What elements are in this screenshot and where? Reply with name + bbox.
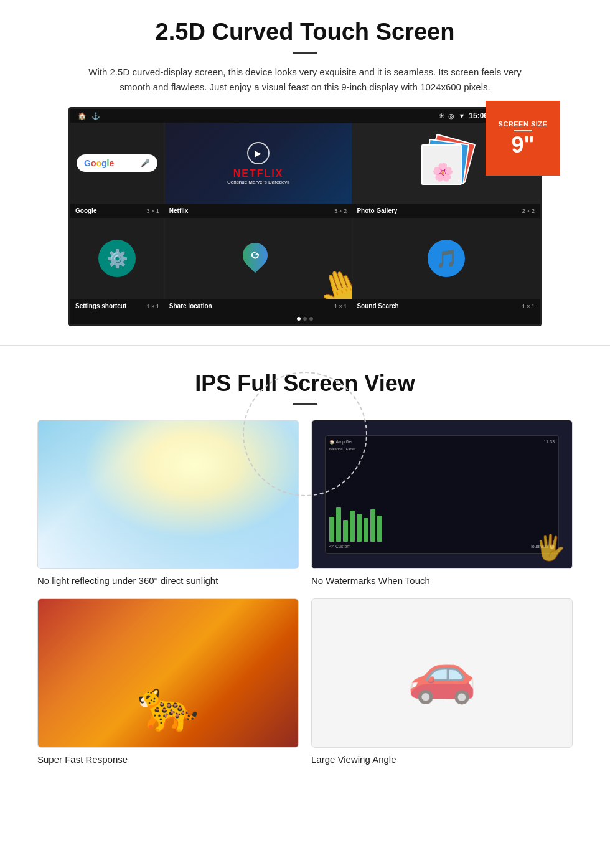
sound-icon: 🎵 (428, 240, 465, 277)
car-image: 🚗 (311, 598, 573, 748)
section1-title: 2.5D Curved Touch Screen (37, 19, 573, 45)
amp-custom: << Custom (329, 544, 350, 549)
cheetah-label: Super Fast Response (37, 754, 299, 765)
android-screen: 🏠 ⚓ ✳ ◎ ▼ 15:06 📷 🔊 ✖ ▭ (68, 107, 542, 326)
feature-car: 🚗 Large Viewing Angle (311, 598, 573, 765)
section-curved-screen: 2.5D Curved Touch Screen With 2.5D curve… (0, 0, 610, 339)
section-ips-screen: IPS Full Screen View No light reflecting… (0, 352, 610, 777)
title-divider (293, 52, 317, 54)
section1-description: With 2.5D curved-display screen, this de… (87, 65, 523, 95)
sound-app-name: Sound Search (357, 303, 398, 309)
settings-app-cell[interactable]: ⚙️ (70, 218, 164, 299)
share-label: Share location 1 × 1 (164, 301, 352, 311)
netflix-app-cell[interactable]: ▶ NETFLIX Continue Marvel's Daredevil (165, 123, 352, 204)
amp-content: 🖐 (329, 452, 555, 542)
badge-size: 9" (511, 134, 534, 156)
badge-label: Screen Size (499, 120, 548, 128)
amp-footer: << Custom loudness ⬤ (329, 544, 555, 549)
netflix-label: Netflix 3 × 2 (164, 206, 352, 215)
google-app-cell[interactable]: Google 🎤 (70, 123, 164, 204)
share-icon-area: G (243, 243, 274, 274)
sound-search-cell[interactable]: 🎵 (353, 218, 540, 299)
screen-mockup-wrapper: Screen Size 9" 🏠 ⚓ ✳ ◎ ▼ 15:06 📷 🔊 ✖ (68, 107, 542, 326)
car-container: 🚗 (407, 641, 477, 706)
eq-bar-3 (343, 520, 348, 542)
share-app-name: Share location (169, 303, 212, 309)
dot-3 (309, 317, 313, 321)
google-logo: Google (84, 158, 114, 168)
settings-label: Settings shortcut 1 × 1 (70, 301, 164, 311)
app-labels-row2: Settings shortcut 1 × 1 Share location 1… (70, 299, 540, 313)
eq-bar-8 (377, 516, 382, 542)
amplifier-label: No Watermarks When Touch (311, 575, 573, 586)
car-label: Large Viewing Angle (311, 754, 573, 765)
play-button[interactable]: ▶ (247, 142, 270, 164)
gmaps-icon: G (238, 238, 273, 273)
dot-2 (303, 317, 307, 321)
netflix-subtitle: Continue Marvel's Daredevil (227, 179, 289, 185)
app-grid-row1: Google 🎤 ▶ NETFLIX Continue Marvel's Dar… (70, 123, 540, 204)
touch-hand-icon: 🤚 (311, 260, 352, 299)
settings-icon: ⚙️ (98, 240, 136, 277)
car-icon: 🚗 (407, 641, 477, 706)
status-bar: 🏠 ⚓ ✳ ◎ ▼ 15:06 📷 🔊 ✖ ▭ (70, 109, 540, 123)
share-app-size: 1 × 1 (334, 303, 347, 309)
bluetooth-icon: ✳ (439, 112, 444, 120)
cheetah-icon: 🐆 (137, 676, 199, 735)
app-labels-row1: Google 3 × 1 Netflix 3 × 2 Photo Gallery… (70, 204, 540, 218)
google-search-bar[interactable]: Google 🎤 (77, 154, 157, 172)
hand-icon: 🖐 (535, 533, 566, 562)
settings-app-size: 1 × 1 (147, 303, 159, 309)
eq-bar-1 (329, 517, 334, 542)
wifi-icon: ▼ (458, 112, 465, 120)
feature-cheetah: 🐆 Super Fast Response (37, 598, 299, 765)
eq-bar-6 (364, 518, 368, 542)
mic-icon: 🎤 (141, 159, 150, 167)
eq-bars (329, 452, 555, 542)
eq-bar-4 (350, 511, 355, 542)
sunlight-label: No light reflecting under 360° direct su… (37, 575, 299, 586)
eq-bar-5 (357, 514, 362, 542)
photo-app-name: Photo Gallery (357, 207, 397, 214)
settings-app-name: Settings shortcut (75, 303, 126, 309)
share-location-cell[interactable]: G 🤚 (165, 218, 352, 299)
status-time: 15:06 (469, 111, 488, 120)
eq-bar-7 (370, 509, 375, 542)
section-divider (0, 345, 610, 346)
google-app-name: Google (75, 207, 96, 214)
status-left: 🏠 ⚓ (78, 112, 100, 120)
photo-stack: 🌸 (421, 138, 471, 188)
netflix-app-name: Netflix (169, 207, 189, 214)
home-icon: 🏠 (78, 112, 87, 120)
app-grid-row2: ⚙️ G 🤚 🎵 (70, 218, 540, 299)
sound-app-size: 1 × 1 (522, 303, 535, 309)
screen-size-badge: Screen Size 9" (486, 101, 560, 176)
amp-time: 17:33 (544, 440, 555, 445)
eq-bar-2 (336, 507, 341, 542)
google-label: Google 3 × 1 (70, 206, 164, 215)
feature-grid: No light reflecting under 360° direct su… (37, 420, 573, 765)
google-app-size: 3 × 1 (147, 208, 159, 214)
photo-label: Photo Gallery 2 × 2 (352, 206, 540, 215)
dot-indicators (70, 313, 540, 324)
netflix-app-size: 3 × 2 (334, 208, 347, 214)
sound-label: Sound Search 1 × 1 (352, 301, 540, 311)
cheetah-image: 🐆 (37, 598, 299, 748)
flower-icon: 🌸 (423, 152, 463, 192)
photo-app-size: 2 × 2 (522, 208, 535, 214)
netflix-logo: NETFLIX (227, 168, 289, 179)
netflix-content: ▶ NETFLIX Continue Marvel's Daredevil (227, 142, 289, 185)
location-icon: ◎ (448, 112, 454, 120)
dot-1 (297, 317, 301, 321)
gmaps-container: G (243, 243, 274, 274)
photo-card-front: 🌸 (421, 144, 462, 185)
usb-icon: ⚓ (92, 112, 100, 120)
badge-divider (514, 130, 532, 131)
